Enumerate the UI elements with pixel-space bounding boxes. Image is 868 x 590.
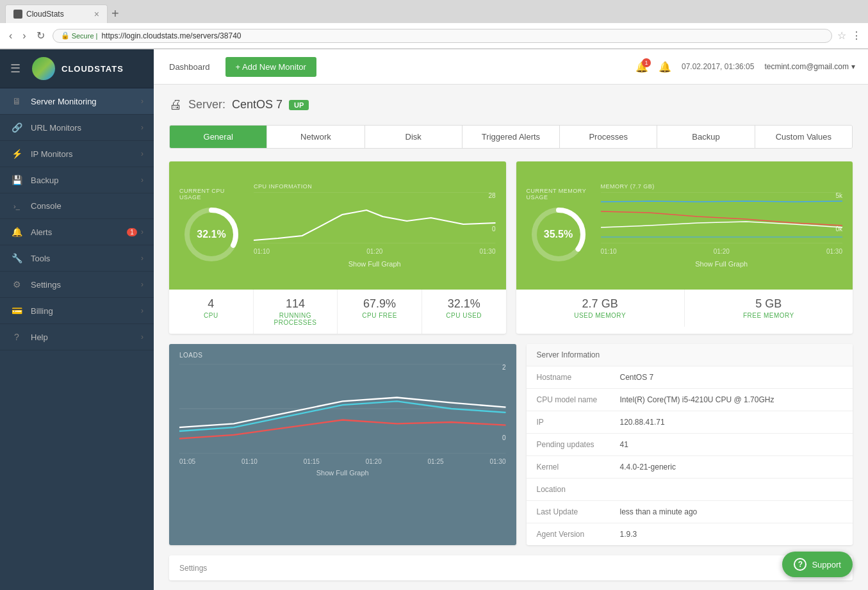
url-display[interactable]: https://login.cloudstats.me/servers/3874… [101, 31, 824, 40]
sidebar-item-console[interactable]: ›_ Console [0, 193, 154, 219]
tab-general[interactable]: General [170, 126, 267, 148]
used-memory-label: USED MEMORY [521, 312, 679, 319]
memory-chart-times: 01:1001:2001:30 [601, 248, 843, 255]
cpu-info-label: CPU INFORMATION [254, 183, 496, 190]
location-key: Location [537, 485, 620, 494]
top-navbar: Dashboard + Add New Monitor 🔔 1 🔔 07.02.… [154, 49, 868, 85]
sidebar-item-label: Billing [31, 306, 141, 316]
sidebar-item-url-monitors[interactable]: 🔗 URL Monitors › [0, 115, 154, 141]
chevron-right-icon: › [141, 280, 143, 289]
tab-network[interactable]: Network [267, 126, 364, 148]
sidebar-item-tools[interactable]: 🔧 Tools › [0, 245, 154, 272]
add-monitor-button[interactable]: + Add New Monitor [225, 57, 316, 77]
sidebar: ☰ CLOUDSTATS 🖥 Server Monitoring › 🔗 URL… [0, 49, 154, 590]
reload-button[interactable]: ↻ [34, 28, 47, 43]
sidebar-item-label: Server Monitoring [31, 97, 141, 106]
ip-monitors-icon: ⚡ [10, 149, 23, 159]
cpu-used-metric: 32.1% CPU USED [422, 290, 506, 334]
page-title: CentOS 7 [232, 98, 283, 111]
sidebar-item-help[interactable]: ? Help › [0, 324, 154, 350]
favicon [13, 10, 22, 19]
notifications-button[interactable]: 🔔 1 [635, 61, 648, 73]
tools-icon: 🔧 [10, 253, 23, 263]
cpu-chart-max: 28 [488, 192, 495, 199]
cpu-gauge: 32.1% [183, 206, 240, 263]
tab-triggered-alerts[interactable]: Triggered Alerts [463, 126, 560, 148]
cpu-show-full-graph[interactable]: Show Full Graph [254, 260, 496, 268]
stats-row: CURRENT CPU USAGE 32.1% CPU I [169, 161, 853, 334]
loads-times: 01:0501:1001:1501:2001:2501:30 [179, 458, 506, 465]
cpu-card-chart: CURRENT CPU USAGE 32.1% CPU I [169, 161, 506, 290]
dashboard-link[interactable]: Dashboard [167, 57, 213, 77]
sidebar-item-label: Tools [31, 254, 141, 263]
help-icon: ? [10, 332, 23, 342]
sidebar-item-settings[interactable]: ⚙ Settings › [0, 272, 154, 298]
sidebar-item-label: URL Monitors [31, 123, 141, 133]
sidebar-item-alerts[interactable]: 🔔 Alerts 1 › [0, 219, 154, 245]
cpu-usage-label: CURRENT CPU USAGE [179, 188, 243, 201]
chevron-right-icon: › [141, 254, 143, 263]
used-memory-value: 2.7 GB [521, 297, 679, 311]
memory-gauge-value: 35.5% [544, 229, 573, 240]
alerts-bell-icon[interactable]: 🔔 [659, 61, 671, 73]
pending-updates-key: Pending updates [537, 440, 620, 449]
memory-gauge-container: CURRENT MEMORY USAGE 35.5% [527, 188, 591, 263]
secure-indicator: 🔒 Secure | [61, 31, 98, 40]
hostname-key: Hostname [537, 373, 620, 382]
hostname-value: CentOS 7 [620, 373, 843, 382]
agent-version-row: Agent Version 1.9.3 [527, 523, 853, 545]
status-badge: UP [289, 100, 309, 110]
sidebar-item-ip-monitors[interactable]: ⚡ IP Monitors › [0, 141, 154, 167]
server-icon: 🖨 [169, 97, 182, 112]
url-monitors-icon: 🔗 [10, 122, 23, 133]
tab-close-button[interactable]: × [94, 9, 99, 19]
server-monitoring-icon: 🖥 [10, 96, 23, 106]
back-button[interactable]: ‹ [6, 29, 15, 43]
main-content: Dashboard + Add New Monitor 🔔 1 🔔 07.02.… [154, 49, 868, 590]
brand-name: CLOUDSTATS [61, 64, 124, 74]
browser-chrome: CloudStats × + ‹ › ↻ 🔒 Secure | https://… [0, 0, 868, 49]
sidebar-item-backup[interactable]: 💾 Backup › [0, 167, 154, 193]
loads-show-full-graph[interactable]: Show Full Graph [179, 469, 506, 477]
tab-backup[interactable]: Backup [657, 126, 755, 148]
billing-icon: 💳 [10, 306, 23, 316]
forward-button[interactable]: › [20, 29, 28, 43]
sidebar-header: ☰ CLOUDSTATS [0, 49, 154, 88]
tab-disk[interactable]: Disk [365, 126, 463, 148]
location-value [620, 485, 843, 494]
browser-tab[interactable]: CloudStats × [5, 4, 108, 23]
bookmark-icon[interactable]: ☆ [837, 29, 846, 42]
user-menu[interactable]: tecmint.com@gmail.com ▾ [764, 62, 855, 71]
sidebar-item-billing[interactable]: 💳 Billing › [0, 298, 154, 324]
running-processes-label: RUNNING PROCESSES [259, 312, 332, 326]
free-memory-metric: 5 GB FREE MEMORY [685, 290, 853, 327]
chevron-right-icon: › [141, 149, 143, 158]
menu-icon[interactable]: ⋮ [851, 29, 862, 42]
settings-label: Settings [179, 564, 207, 573]
memory-usage-label: CURRENT MEMORY USAGE [527, 188, 591, 201]
ip-value: 120.88.41.71 [620, 418, 843, 427]
tab-custom-values[interactable]: Custom Values [755, 126, 852, 148]
sidebar-item-server-monitoring[interactable]: 🖥 Server Monitoring › [0, 88, 154, 115]
top-nav-right: 🔔 1 🔔 07.02.2017, 01:36:05 tecmint.com@g… [635, 61, 855, 73]
ip-row: IP 120.88.41.71 [527, 411, 853, 434]
loads-max: 2 [502, 364, 506, 371]
memory-show-full-graph[interactable]: Show Full Graph [601, 260, 843, 268]
cpu-metrics: 4 CPU 114 RUNNING PROCESSES 67.9% CPU FR… [169, 290, 506, 334]
settings-card: Settings [169, 555, 853, 580]
hamburger-icon[interactable]: ☰ [10, 61, 20, 76]
chevron-right-icon: › [141, 123, 143, 132]
running-processes-metric: 114 RUNNING PROCESSES [254, 290, 338, 334]
backup-icon: 💾 [10, 175, 23, 185]
loads-chart [179, 364, 506, 454]
cpu-free-label: CPU FREE [343, 312, 416, 319]
free-memory-value: 5 GB [690, 297, 848, 311]
support-button[interactable]: ? Support [782, 552, 853, 577]
memory-chart-min: 0k [835, 225, 842, 233]
loads-min: 0 [502, 434, 506, 441]
loads-row: LOADS 2 0 [169, 344, 853, 545]
alerts-icon: 🔔 [10, 227, 23, 237]
kernel-key: Kernel [537, 463, 620, 471]
new-tab-button[interactable]: + [108, 6, 123, 21]
tab-processes[interactable]: Processes [560, 126, 657, 148]
